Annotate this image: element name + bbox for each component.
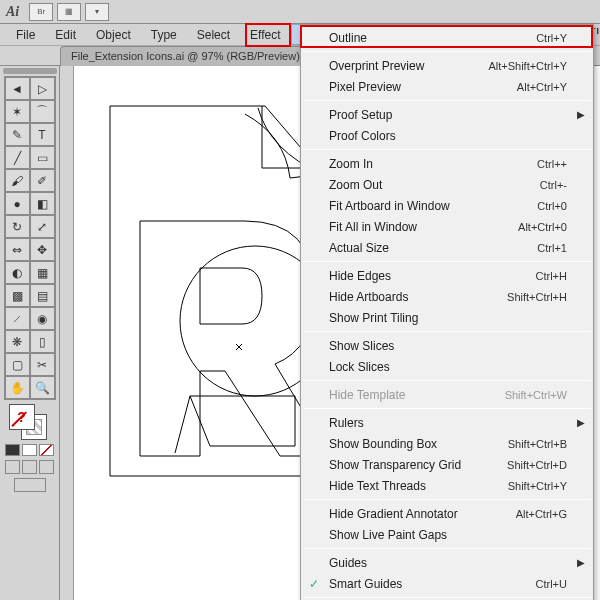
menu-item-label: Proof Colors	[329, 129, 396, 143]
menu-item-label: Show Slices	[329, 339, 394, 353]
tool-panel: ◄▷✶⌒✎T╱▭🖌✐●◧↻⤢⇔✥◐▦▩▤⟋◉❋▯▢✂✋🔍	[4, 76, 56, 400]
pencil-tool[interactable]: ✐	[30, 169, 55, 192]
selection-tool[interactable]: ◄	[5, 77, 30, 100]
menu-item-label: Zoom Out	[329, 178, 382, 192]
menu-item-label: Hide Template	[329, 388, 406, 402]
zoom-tool[interactable]: 🔍	[30, 376, 55, 399]
hand-tool[interactable]: ✋	[5, 376, 30, 399]
menu-item-rulers[interactable]: Rulers▶	[301, 412, 593, 433]
gradient-tool[interactable]: ▤	[30, 284, 55, 307]
menu-item-smart-guides[interactable]: ✓Smart GuidesCtrl+U	[301, 573, 593, 594]
menu-shortcut: Alt+Ctrl+Y	[517, 81, 567, 93]
fill-swatch[interactable]: ?	[9, 404, 35, 430]
menu-item-hide-edges[interactable]: Hide EdgesCtrl+H	[301, 265, 593, 286]
eyedropper-tool[interactable]: ⟋	[5, 307, 30, 330]
menu-shortcut: Shift+Ctrl+Y	[508, 480, 567, 492]
menu-item-actual-size[interactable]: Actual SizeCtrl+1	[301, 237, 593, 258]
menu-item-hide-artboards[interactable]: Hide ArtboardsShift+Ctrl+H	[301, 286, 593, 307]
menu-item-proof-setup[interactable]: Proof Setup▶	[301, 104, 593, 125]
blend-tool[interactable]: ◉	[30, 307, 55, 330]
menu-item-label: Hide Text Threads	[329, 479, 426, 493]
submenu-arrow-icon: ▶	[577, 109, 585, 120]
menu-item-show-print-tiling[interactable]: Show Print Tiling	[301, 307, 593, 328]
menu-separator	[303, 499, 591, 500]
direct-selection-tool[interactable]: ▷	[30, 77, 55, 100]
pen-tool[interactable]: ✎	[5, 123, 30, 146]
panel-grip[interactable]	[3, 68, 57, 74]
type-tool[interactable]: T	[30, 123, 55, 146]
color-gradient-icon[interactable]	[22, 444, 37, 456]
column-graph-tool[interactable]: ▯	[30, 330, 55, 353]
menu-item-hide-gradient-annotator[interactable]: Hide Gradient AnnotatorAlt+Ctrl+G	[301, 503, 593, 524]
perspective-grid-tool[interactable]: ▦	[30, 261, 55, 284]
bridge-button[interactable]: Br	[29, 3, 53, 21]
menu-shortcut: Shift+Ctrl+D	[507, 459, 567, 471]
menu-shortcut: Shift+Ctrl+W	[505, 389, 567, 401]
menu-shortcut: Ctrl+-	[540, 179, 567, 191]
screen-mode-button[interactable]	[14, 478, 46, 492]
menu-file[interactable]: File	[6, 24, 45, 45]
lasso-tool[interactable]: ⌒	[30, 100, 55, 123]
document-tab[interactable]: File_Extension Icons.ai @ 97% (RGB/Previ…	[60, 46, 323, 66]
menu-item-fit-artboard-in-window[interactable]: Fit Artboard in WindowCtrl+0	[301, 195, 593, 216]
shape-builder-tool[interactable]: ◐	[5, 261, 30, 284]
menu-item-lock-slices[interactable]: Lock Slices	[301, 356, 593, 377]
artboard-tool[interactable]: ▢	[5, 353, 30, 376]
menu-item-label: Show Live Paint Gaps	[329, 528, 447, 542]
menu-item-zoom-in[interactable]: Zoom InCtrl++	[301, 153, 593, 174]
eraser-tool[interactable]: ◧	[30, 192, 55, 215]
menu-item-hide-text-threads[interactable]: Hide Text ThreadsShift+Ctrl+Y	[301, 475, 593, 496]
menu-item-show-slices[interactable]: Show Slices	[301, 335, 593, 356]
menu-item-label: Rulers	[329, 416, 364, 430]
menu-type[interactable]: Type	[141, 24, 187, 45]
menu-separator	[303, 548, 591, 549]
mesh-tool[interactable]: ▩	[5, 284, 30, 307]
width-tool[interactable]: ⇔	[5, 238, 30, 261]
menu-item-pixel-preview[interactable]: Pixel PreviewAlt+Ctrl+Y	[301, 76, 593, 97]
menu-item-label: Lock Slices	[329, 360, 390, 374]
symbol-sprayer-tool[interactable]: ❋	[5, 330, 30, 353]
fill-stroke-swatch[interactable]: ?	[5, 402, 55, 442]
menu-item-show-live-paint-gaps[interactable]: Show Live Paint Gaps	[301, 524, 593, 545]
menu-item-fit-all-in-window[interactable]: Fit All in WindowAlt+Ctrl+0	[301, 216, 593, 237]
menu-item-show-transparency-grid[interactable]: Show Transparency GridShift+Ctrl+D	[301, 454, 593, 475]
arrange-button[interactable]: ▦	[57, 3, 81, 21]
menu-shortcut: Ctrl+1	[537, 242, 567, 254]
menu-select[interactable]: Select	[187, 24, 240, 45]
menu-edit[interactable]: Edit	[45, 24, 86, 45]
menu-effect[interactable]: Effect	[240, 24, 290, 45]
free-transform-tool[interactable]: ✥	[30, 238, 55, 261]
color-none-icon[interactable]	[39, 444, 54, 456]
menu-item-label: Hide Gradient Annotator	[329, 507, 458, 521]
draw-behind-icon[interactable]	[22, 460, 37, 474]
line-tool[interactable]: ╱	[5, 146, 30, 169]
rectangle-tool[interactable]: ▭	[30, 146, 55, 169]
slice-tool[interactable]: ✂	[30, 353, 55, 376]
draw-normal-icon[interactable]	[5, 460, 20, 474]
menu-item-show-bounding-box[interactable]: Show Bounding BoxShift+Ctrl+B	[301, 433, 593, 454]
header-dropdown-button[interactable]: ▾	[85, 3, 109, 21]
scale-tool[interactable]: ⤢	[30, 215, 55, 238]
menu-item-label: Outline	[329, 31, 367, 45]
paintbrush-tool[interactable]: 🖌	[5, 169, 30, 192]
menu-separator	[303, 331, 591, 332]
rotate-tool[interactable]: ↻	[5, 215, 30, 238]
magic-wand-tool[interactable]: ✶	[5, 100, 30, 123]
menu-object[interactable]: Object	[86, 24, 141, 45]
screen-mode-row	[14, 478, 46, 492]
menu-item-overprint-preview[interactable]: Overprint PreviewAlt+Shift+Ctrl+Y	[301, 55, 593, 76]
menu-item-zoom-out[interactable]: Zoom OutCtrl+-	[301, 174, 593, 195]
menu-item-label: Zoom In	[329, 157, 373, 171]
blob-brush-tool[interactable]: ●	[5, 192, 30, 215]
menu-item-proof-colors[interactable]: Proof Colors	[301, 125, 593, 146]
menu-separator	[303, 408, 591, 409]
draw-inside-icon[interactable]	[39, 460, 54, 474]
menu-shortcut: Shift+Ctrl+B	[508, 438, 567, 450]
color-mode-row	[5, 444, 54, 456]
color-fill-icon[interactable]	[5, 444, 20, 456]
menu-item-guides[interactable]: Guides▶	[301, 552, 593, 573]
menu-item-outline[interactable]: OutlineCtrl+Y	[301, 27, 593, 48]
menu-shortcut: Ctrl+0	[537, 200, 567, 212]
menu-item-label: Guides	[329, 556, 367, 570]
check-icon: ✓	[309, 577, 319, 591]
